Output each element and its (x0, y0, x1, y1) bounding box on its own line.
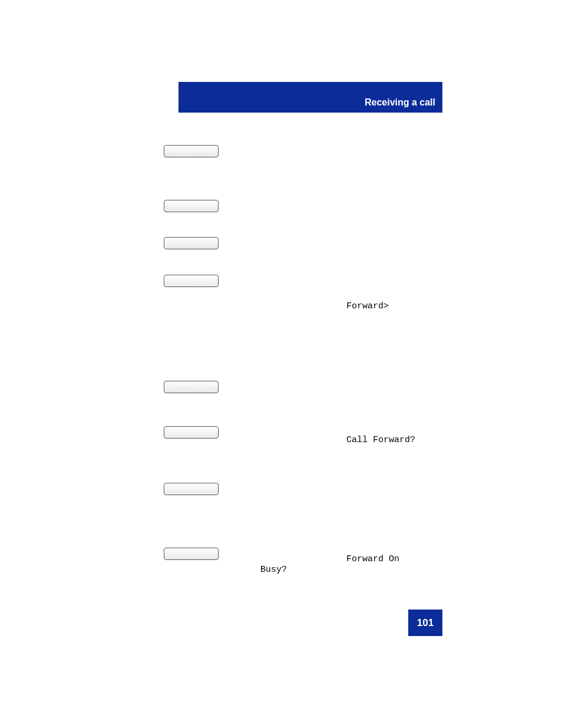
softkey-button[interactable] (164, 483, 219, 495)
page-number-value: 101 (417, 617, 434, 629)
text-forward-on: Forward On (346, 554, 399, 564)
header-title: Receiving a call (365, 97, 435, 108)
softkey-button[interactable] (164, 548, 219, 560)
page-number: 101 (408, 610, 442, 636)
text-call-forward: Call Forward? (346, 435, 415, 445)
softkey-button[interactable] (164, 275, 219, 287)
softkey-button[interactable] (164, 145, 219, 157)
softkey-button[interactable] (164, 200, 219, 212)
header-bar: Receiving a call (178, 82, 442, 113)
text-forward-arrow: Forward> (346, 301, 389, 311)
softkey-button[interactable] (164, 426, 219, 439)
text-busy: Busy? (260, 565, 287, 575)
softkey-button[interactable] (164, 237, 219, 249)
softkey-button[interactable] (164, 381, 219, 393)
page: Receiving a call Forward> Call Forward? … (0, 0, 562, 728)
